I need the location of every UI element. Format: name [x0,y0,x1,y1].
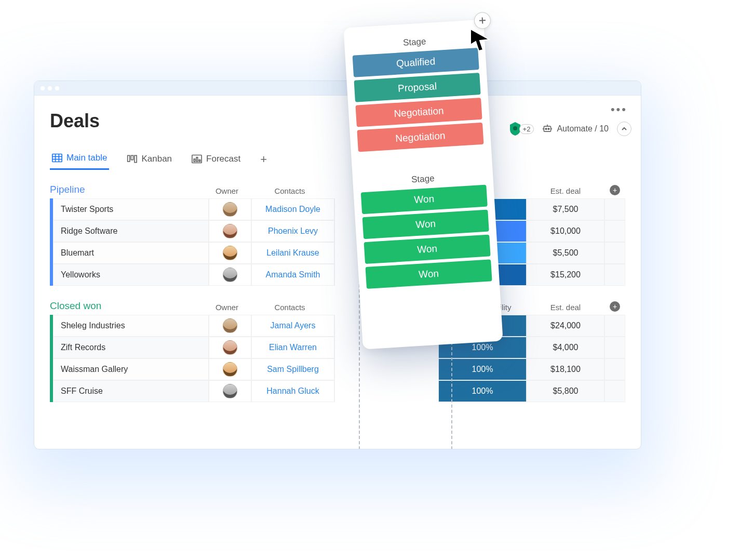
group-closed-won: Closed won Owner Contacts Close probabil… [50,300,625,402]
table-row[interactable]: Sheleg Industries Jamal Ayers 100% $24,0… [50,315,625,337]
tab-label: Forecast [206,154,240,164]
stage-column-card[interactable]: Stage Qualified Proposal Negotiation Neg… [343,19,503,349]
row-trailing-cell [604,242,625,264]
automate-label: Automate / 10 [557,124,609,134]
svg-point-15 [548,128,549,129]
owner-cell[interactable] [209,337,251,358]
svg-point-12 [513,126,517,130]
row-trailing-cell [604,337,625,358]
deal-name[interactable]: SFF Cruise [53,380,209,402]
app-window: ••• Deals Main table Kanban Forecast [34,81,641,449]
svg-rect-9 [194,159,195,162]
svg-point-14 [546,128,547,129]
stage-pill-won[interactable]: Won [366,259,492,289]
tab-main-table[interactable]: Main table [50,149,109,170]
table-row[interactable]: Twister Sports Madison Doyle $7,500 [50,198,625,220]
view-tabs: Main table Kanban Forecast + [50,149,625,170]
group-pipeline: Pipeline Owner Contacts Est. deal + Twis… [50,184,625,286]
contact-link[interactable]: Sam Spillberg [251,358,334,380]
contact-link[interactable]: Leilani Krause [251,242,334,264]
owner-cell[interactable] [209,220,251,242]
avatar [223,268,237,282]
stage-pill-proposal[interactable]: Proposal [354,73,481,102]
extra-count-badge: +2 [519,124,534,134]
titlebar [34,81,641,96]
owner-cell[interactable] [209,315,251,337]
table-row[interactable]: Yelloworks Amanda Smith $15,200 [50,264,625,286]
est-deal[interactable]: $5,500 [527,242,604,264]
svg-rect-13 [544,126,551,131]
col-header-est-deal: Est. deal [527,186,604,195]
owner-cell[interactable] [209,242,251,264]
table-row[interactable]: Ridge Software Phoenix Levy $10,000 [50,220,625,242]
avatar [223,318,237,333]
owner-cell[interactable] [209,358,251,380]
svg-rect-11 [199,159,200,161]
robot-icon [542,124,553,134]
stage-pill-negotiation[interactable]: Negotiation [355,98,482,127]
add-view-button[interactable]: + [258,153,269,166]
contact-link[interactable]: Hannah Gluck [251,380,334,402]
traffic-light-dot [55,86,59,90]
avatar [223,384,237,398]
stage-pill-qualified[interactable]: Qualified [353,48,479,77]
stage-pill-won[interactable]: Won [362,210,489,239]
est-deal[interactable]: $15,200 [527,264,604,286]
svg-rect-10 [196,157,198,161]
owner-cell[interactable] [209,380,251,402]
automate-button[interactable]: Automate / 10 [542,124,609,134]
stage-pill-won[interactable]: Won [364,234,491,264]
deal-name[interactable]: Bluemart [53,242,209,264]
avatar [223,246,237,260]
stage-pill-negotiation[interactable]: Negotiation [357,123,483,152]
table-row[interactable]: Zift Records Elian Warren 100% $4,000 [50,337,625,358]
est-deal[interactable]: $10,000 [527,220,604,242]
add-column-button[interactable]: + [610,301,620,312]
contact-link[interactable]: Madison Doyle [251,198,334,220]
kanban-icon [127,154,137,164]
add-stage-button[interactable] [474,12,491,30]
col-header-owner: Owner [206,303,248,312]
contact-link[interactable]: Phoenix Levy [251,220,334,242]
row-trailing-cell [604,315,625,337]
stage-pill-won[interactable]: Won [361,185,488,215]
table-icon [52,153,62,163]
avatar [223,340,237,355]
deal-name[interactable]: Twister Sports [53,198,209,220]
col-header-owner: Owner [206,186,248,195]
group-title-closed-won[interactable]: Closed won [50,300,206,312]
row-trailing-cell [604,358,625,380]
contact-link[interactable]: Amanda Smith [251,264,334,286]
contact-link[interactable]: Jamal Ayers [251,315,334,337]
add-column-button[interactable]: + [610,185,620,195]
owner-cell[interactable] [209,264,251,286]
tab-kanban[interactable]: Kanban [125,150,174,169]
deal-name[interactable]: Zift Records [53,337,209,358]
est-deal[interactable]: $24,000 [527,315,604,337]
deal-name[interactable]: Yelloworks [53,264,209,286]
owner-cell[interactable] [209,198,251,220]
tab-forecast[interactable]: Forecast [190,150,243,169]
contact-link[interactable]: Elian Warren [251,337,334,358]
deal-name[interactable]: Ridge Software [53,220,209,242]
table-row[interactable]: Waissman Gallery Sam Spillberg 100% $18,… [50,358,625,380]
row-trailing-cell [604,264,625,286]
more-menu-button[interactable]: ••• [611,103,627,116]
group-title-pipeline[interactable]: Pipeline [50,184,206,195]
deal-name[interactable]: Sheleg Industries [53,315,209,337]
table-row[interactable]: SFF Cruise Hannah Gluck 100% $5,800 [50,380,625,402]
row-trailing-cell [604,380,625,402]
est-deal[interactable]: $18,100 [527,358,604,380]
table-row[interactable]: Bluemart Leilani Krause $5,500 [50,242,625,264]
avatar [223,202,237,217]
svg-line-20 [479,20,486,21]
collapse-button[interactable] [617,122,631,136]
est-deal[interactable]: $4,000 [527,337,604,358]
row-trailing-cell [604,220,625,242]
svg-rect-0 [52,154,62,162]
traffic-light-dot [48,86,52,90]
est-deal[interactable]: $7,500 [527,198,604,220]
integrations-badge[interactable]: +2 [509,122,534,136]
est-deal[interactable]: $5,800 [527,380,604,402]
deal-name[interactable]: Waissman Gallery [53,358,209,380]
